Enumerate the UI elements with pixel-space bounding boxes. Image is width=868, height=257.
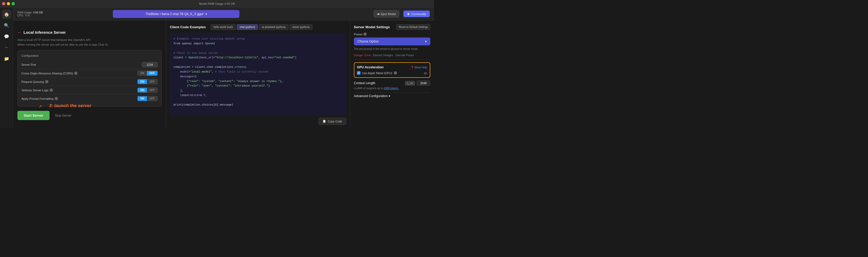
gpu-info-icon[interactable]: ⓘ: [394, 71, 397, 75]
gpu-row: ✓ Use Apple Metal (GPU) ⓘ on: [357, 71, 427, 75]
stop-server-button[interactable]: Stop Server: [52, 111, 74, 120]
verbose-toggle: ON OFF: [137, 88, 158, 93]
chevron-down-icon: ▾: [206, 12, 207, 16]
eject-model-button[interactable]: ⏏ Eject Model: [374, 10, 399, 18]
cors-label: Cross-Origin-Resource-Sharing (CORS) ⓘ: [21, 72, 78, 75]
community-button[interactable]: ◉ Community: [403, 10, 430, 17]
cpu-usage: CPU: 0 %: [18, 14, 44, 17]
reset-settings-button[interactable]: Reset to Default Settings: [396, 24, 430, 30]
danger-zone-row: Danger Zone Discard Changes Override Pre…: [354, 54, 430, 57]
queuing-on-button[interactable]: ON: [137, 79, 147, 84]
titlebar: Model RAM Usage 4.56 GB: [0, 0, 434, 7]
context-tokens-link[interactable]: 4096 tokens.: [384, 87, 399, 90]
apply-on-button[interactable]: ON: [137, 96, 147, 101]
advanced-config-button[interactable]: Advanced Configuration ▾: [354, 92, 430, 99]
gpu-header: GPU Acceleration ❓ Show Help: [357, 65, 427, 69]
verbose-on-button[interactable]: ON: [137, 88, 147, 92]
preset-label: Preset ⓘ: [354, 32, 430, 36]
window-title: Model RAM Usage 4.56 GB: [199, 2, 235, 5]
queuing-toggle: ON OFF: [137, 79, 158, 84]
code-line-2: from openai import OpenAI: [174, 41, 342, 46]
gpu-title: GPU Acceleration: [357, 65, 384, 69]
tab-vision[interactable]: vision (python): [289, 24, 312, 30]
code-line-4: client = OpenAI(base_url="http://localho…: [174, 55, 342, 60]
server-port-input[interactable]: [142, 62, 158, 67]
code-line-10: ],: [174, 88, 342, 93]
code-line-3: # Point to the local server: [174, 51, 342, 56]
maximize-button[interactable]: [11, 2, 15, 5]
minimize-button[interactable]: [7, 2, 10, 5]
gpu-checkbox-label: ✓ Use Apple Metal (GPU) ⓘ: [357, 71, 397, 75]
preset-section: Preset ⓘ Choose Option ▾ The pre-prompt …: [354, 32, 430, 51]
server-actions: 3: launch the server ↗ Start Server Stop…: [18, 111, 162, 120]
discard-changes-button[interactable]: Discard Changes: [373, 54, 393, 57]
context-value-input[interactable]: [416, 81, 430, 86]
n-ctx-label: n_ctx: [405, 81, 415, 85]
divider-1: [354, 59, 430, 60]
code-line-12: print(completion.choices[0].message): [174, 103, 342, 107]
sidebar-icon-transfer[interactable]: ↔: [2, 43, 11, 52]
code-header: Client Code Examples hello world (curl) …: [170, 24, 346, 30]
verbose-off-button[interactable]: OFF: [147, 88, 157, 92]
cors-off-button[interactable]: OFF: [147, 71, 157, 76]
apply-off-button[interactable]: OFF: [147, 96, 157, 101]
code-footer: 📋 Copy Code: [170, 118, 346, 125]
start-server-button[interactable]: Start Server: [18, 111, 50, 120]
code-line-8: {"role": "system", "content": "Always an…: [174, 79, 342, 84]
model-selector-button[interactable]: TheBloke • llama 2 chat 7B Q4_K_S gguf ▾: [113, 10, 240, 18]
request-queuing-label: Request Queuing ⓘ: [21, 80, 49, 83]
annotation-launch: 3: launch the server: [49, 103, 92, 109]
right-panel-title: Server Model Settings: [354, 25, 390, 29]
tab-ai-assistant[interactable]: ai assistant (python): [259, 24, 288, 30]
apply-prompt-label: Apply Prompt Formatting ⓘ: [21, 97, 58, 100]
right-panel-header: Server Model Settings Reset to Default S…: [354, 24, 430, 30]
context-inputs: n_ctx: [405, 81, 430, 86]
verbose-row: Verbose Server Logs ⓘ ON OFF: [21, 86, 158, 94]
tab-chat-python[interactable]: chat (python): [237, 24, 258, 30]
main-content: RAM Usage 4.56 GB CPU: 0 % TheBloke • ll…: [13, 7, 434, 128]
preset-info-icon[interactable]: ⓘ: [363, 32, 367, 36]
verbose-info-icon[interactable]: ⓘ: [50, 88, 53, 92]
queuing-info-icon[interactable]: ⓘ: [45, 80, 49, 83]
sidebar-icon-home[interactable]: 🏠: [2, 9, 11, 19]
code-line-5: completion = client.chat.completions.cre…: [174, 65, 342, 70]
show-help-button[interactable]: ❓ Show Help: [410, 66, 427, 69]
cors-toggle: ON OFF: [137, 71, 158, 76]
apply-toggle: ON OFF: [137, 96, 158, 101]
cors-info-icon[interactable]: ⓘ: [74, 72, 78, 75]
gpu-on-status: on: [424, 72, 427, 75]
tab-hello-world[interactable]: hello world (curl): [211, 24, 236, 30]
sidebar-icon-chat[interactable]: 💬: [2, 32, 11, 41]
cors-row: Cross-Origin-Resource-Sharing (CORS) ⓘ O…: [21, 69, 158, 78]
sidebar-icon-search[interactable]: 🔍: [2, 21, 11, 30]
apply-info-icon[interactable]: ⓘ: [55, 97, 58, 100]
queuing-off-button[interactable]: OFF: [147, 79, 157, 84]
eject-icon: ⏏: [377, 12, 380, 16]
config-box: Configuration Server Port Cross-Origin-R…: [18, 50, 162, 107]
right-panel: Server Model Settings Reset to Default S…: [350, 21, 434, 128]
verbose-label: Verbose Server Logs ⓘ: [21, 88, 53, 92]
sidebar-icon-files[interactable]: 📁: [2, 54, 11, 63]
code-panel-title: Client Code Examples: [170, 25, 206, 29]
sidebar: 🏠 🔍 💬 ↔ 📁: [0, 7, 13, 128]
context-header: Context Length n_ctx: [354, 81, 430, 86]
code-line-6: model="local-model", # this field is cur…: [174, 70, 342, 75]
override-preset-button[interactable]: Override Preset: [395, 54, 414, 57]
code-tabs: hello world (curl) chat (python) ai assi…: [211, 24, 312, 30]
topbar: RAM Usage 4.56 GB CPU: 0 % TheBloke • ll…: [13, 7, 434, 21]
config-title: Configuration: [21, 54, 158, 57]
danger-zone-label: Danger Zone: [354, 54, 371, 57]
close-button[interactable]: [2, 2, 5, 5]
request-queuing-row: Request Queuing ⓘ ON OFF: [21, 78, 158, 86]
middle-panel: Client Code Examples hello world (curl) …: [166, 21, 350, 128]
server-port-label: Server Port: [21, 63, 36, 66]
context-section: Context Length n_ctx LLaMA v2 supports u…: [354, 81, 430, 90]
cors-on-button[interactable]: ON: [137, 71, 147, 76]
copy-code-button[interactable]: 📋 Copy Code: [318, 118, 346, 125]
section-title: ← Local Inference Server: [18, 30, 162, 34]
question-icon: ❓: [410, 66, 414, 69]
preset-dropdown-button[interactable]: Choose Option ▾: [354, 37, 430, 46]
chevron-down-icon: ▾: [425, 39, 427, 43]
ram-usage: RAM Usage 4.56 GB: [18, 11, 44, 14]
gpu-checkbox[interactable]: ✓: [357, 71, 361, 75]
